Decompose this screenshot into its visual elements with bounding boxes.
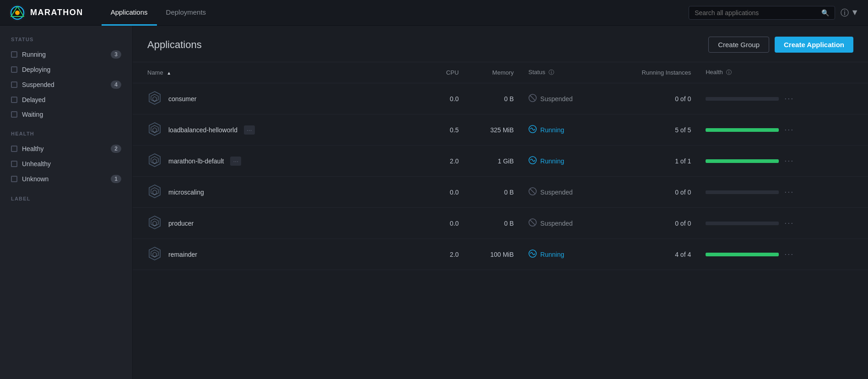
- svg-line-7: [530, 96, 535, 101]
- app-running-1: 5 of 5: [606, 114, 699, 146]
- app-health-3: ···: [698, 177, 847, 208]
- table-row[interactable]: marathon-lb-default ··· 2.0 1 GiB Runnin…: [133, 146, 868, 177]
- sidebar-item-delayed[interactable]: Delayed: [0, 92, 132, 107]
- status-icon-2: [528, 156, 537, 166]
- app-status-0: Suspended: [521, 83, 606, 114]
- header-actions: Create Group Create Application: [708, 37, 853, 53]
- app-name-cell-0: consumer: [133, 83, 427, 114]
- table-row[interactable]: microscaling 0.0 0 B Suspended 0 of 0 ··…: [133, 177, 868, 208]
- deploying-label: Deploying: [22, 66, 121, 73]
- delayed-checkbox[interactable]: [11, 97, 17, 103]
- sidebar-item-suspended[interactable]: Suspended 4: [0, 77, 132, 92]
- applications-table-container: Name ▲ CPU Memory Status ⓘ Running Insta…: [133, 62, 868, 379]
- waiting-label: Waiting: [22, 111, 121, 118]
- waiting-checkbox[interactable]: [11, 111, 17, 118]
- running-label: Running: [22, 51, 106, 58]
- app-icon-1: [147, 122, 162, 138]
- th-name[interactable]: Name ▲: [133, 62, 427, 83]
- row-more-btn-5[interactable]: ···: [784, 249, 794, 259]
- status-icon-4: [528, 218, 537, 228]
- content-area: Applications Create Group Create Applica…: [133, 26, 868, 379]
- row-more-btn-1[interactable]: ···: [784, 125, 794, 135]
- status-label-4: Suspended: [540, 220, 573, 227]
- app-name-1[interactable]: loadbalanced-helloworld: [168, 126, 237, 134]
- th-health[interactable]: Health ⓘ: [698, 62, 847, 83]
- app-name-0[interactable]: consumer: [168, 95, 196, 103]
- table-row[interactable]: producer 0.0 0 B Suspended 0 of 0 ···: [133, 208, 868, 239]
- app-running-5: 4 of 4: [606, 239, 699, 270]
- app-icon-5: [147, 246, 162, 262]
- unknown-checkbox[interactable]: [11, 176, 17, 182]
- row-more-btn-2[interactable]: ···: [784, 156, 794, 166]
- svg-marker-14: [153, 159, 156, 163]
- app-health-1: ···: [698, 114, 847, 146]
- app-cpu-1: 0.5: [427, 114, 466, 146]
- th-status[interactable]: Status ⓘ: [521, 62, 606, 83]
- svg-marker-17: [151, 188, 158, 195]
- th-actions: [847, 62, 868, 83]
- th-cpu[interactable]: CPU: [427, 62, 466, 83]
- app-cpu-4: 0.0: [427, 208, 466, 239]
- label-section: LABEL: [0, 196, 132, 206]
- table-row[interactable]: loadbalanced-helloworld ··· 0.5 325 MiB …: [133, 114, 868, 146]
- sidebar-item-healthy[interactable]: Healthy 2: [0, 141, 132, 157]
- svg-marker-5: [153, 97, 156, 101]
- app-icon-4: [147, 215, 162, 231]
- nav-tab-deployments[interactable]: Deployments: [157, 0, 216, 26]
- app-health-0: ···: [698, 83, 847, 114]
- app-status-2: Running: [521, 146, 606, 177]
- logo-area: MARATHON: [9, 5, 83, 21]
- search-box: 🔍: [689, 6, 835, 20]
- sidebar-item-running[interactable]: Running 3: [0, 47, 132, 62]
- unhealthy-checkbox[interactable]: [11, 161, 17, 167]
- nav-right: 🔍 ⓘ ▼: [689, 6, 859, 20]
- healthy-checkbox[interactable]: [11, 146, 17, 152]
- name-ellipsis-btn[interactable]: ···: [230, 157, 241, 166]
- app-health-2: ···: [698, 146, 847, 177]
- app-health-4: ···: [698, 208, 847, 239]
- table-row[interactable]: consumer 0.0 0 B Suspended 0 of 0 ···: [133, 83, 868, 114]
- health-section-title: HEALTH: [0, 131, 132, 141]
- row-more-btn-0[interactable]: ···: [784, 94, 794, 103]
- unknown-label: Unknown: [22, 175, 106, 183]
- create-group-button[interactable]: Create Group: [708, 37, 769, 53]
- app-health-5: ···: [698, 239, 847, 270]
- svg-marker-4: [151, 94, 158, 102]
- app-name-3[interactable]: microscaling: [168, 189, 204, 196]
- app-name-2[interactable]: marathon-lb-default: [168, 157, 224, 165]
- sort-arrow-icon: ▲: [167, 70, 171, 76]
- app-memory-5: 100 MiB: [466, 239, 521, 270]
- sidebar-item-unhealthy[interactable]: Unhealthy: [0, 157, 132, 171]
- app-cpu-2: 2.0: [427, 146, 466, 177]
- nav-tabs: Applications Deployments: [102, 0, 689, 25]
- content-header: Applications Create Group Create Applica…: [133, 26, 868, 62]
- sidebar: STATUS Running 3 Deploying Suspended 4 D…: [0, 26, 133, 379]
- top-nav: MARATHON Applications Deployments 🔍 ⓘ ▼: [0, 0, 868, 26]
- deploying-checkbox[interactable]: [11, 66, 17, 73]
- sidebar-item-waiting[interactable]: Waiting: [0, 107, 132, 122]
- suspended-checkbox[interactable]: [11, 81, 17, 88]
- unknown-badge: 1: [111, 175, 121, 183]
- app-name-4[interactable]: producer: [168, 220, 194, 227]
- th-memory[interactable]: Memory: [466, 62, 521, 83]
- running-checkbox[interactable]: [11, 51, 17, 58]
- app-name-5[interactable]: remainder: [168, 251, 197, 258]
- svg-marker-22: [151, 219, 158, 226]
- sidebar-item-unknown[interactable]: Unknown 1: [0, 171, 132, 187]
- name-ellipsis-btn[interactable]: ···: [244, 125, 255, 135]
- status-icon-0: [528, 94, 537, 103]
- table-body: consumer 0.0 0 B Suspended 0 of 0 ···: [133, 83, 868, 270]
- row-more-btn-4[interactable]: ···: [784, 218, 794, 228]
- create-application-button[interactable]: Create Application: [775, 37, 853, 53]
- app-icon-0: [147, 91, 162, 107]
- status-section-title: STATUS: [0, 37, 132, 47]
- help-button[interactable]: ⓘ ▼: [841, 7, 859, 18]
- search-input[interactable]: [695, 9, 818, 16]
- svg-marker-18: [153, 190, 156, 195]
- th-running-instances[interactable]: Running Instances: [606, 62, 699, 83]
- table-row[interactable]: remainder 2.0 100 MiB Running 4 of 4 ···: [133, 239, 868, 270]
- sidebar-item-deploying[interactable]: Deploying: [0, 62, 132, 77]
- row-more-btn-3[interactable]: ···: [784, 187, 794, 197]
- nav-tab-applications[interactable]: Applications: [102, 0, 157, 26]
- search-icon: 🔍: [821, 9, 829, 16]
